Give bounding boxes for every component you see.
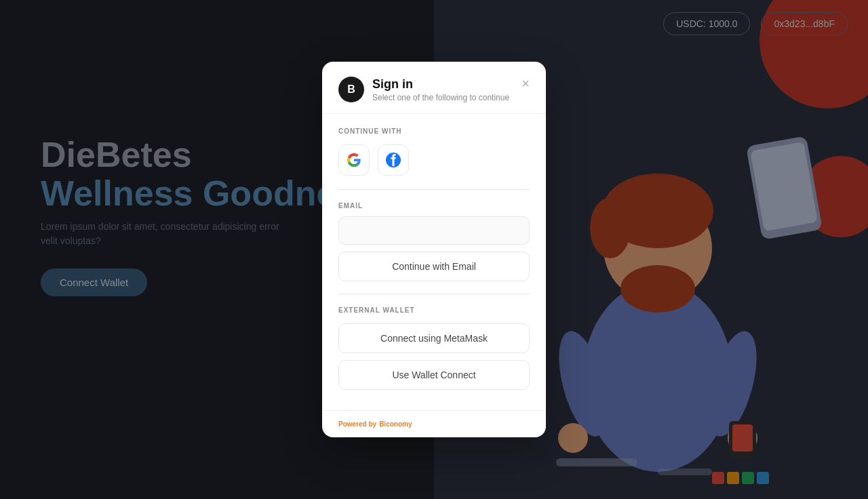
- facebook-signin-button[interactable]: [378, 144, 409, 176]
- modal-title-group: Sign in Select one of the following to c…: [372, 77, 509, 102]
- app-logo: B: [338, 77, 364, 102]
- email-field-label: EMAIL: [338, 202, 530, 209]
- modal-header: B Sign in Select one of the following to…: [322, 62, 546, 114]
- modal-title: Sign in: [372, 77, 509, 92]
- modal-header-left: B Sign in Select one of the following to…: [338, 77, 509, 102]
- continue-with-label: CONTINUE WITH: [338, 127, 530, 135]
- external-wallet-label: EXTERNAL WALLET: [338, 306, 530, 314]
- sign-in-modal: B Sign in Select one of the following to…: [322, 62, 546, 437]
- modal-overlay: B Sign in Select one of the following to…: [0, 0, 868, 499]
- metamask-button[interactable]: Connect using MetaMask: [338, 323, 530, 353]
- google-signin-button[interactable]: [338, 144, 370, 176]
- modal-subtitle: Select one of the following to continue: [372, 93, 509, 102]
- close-button[interactable]: ×: [521, 77, 530, 90]
- social-email-divider: [338, 189, 530, 190]
- social-icons-row: [338, 144, 530, 176]
- email-input[interactable]: [338, 216, 530, 245]
- modal-body: CONTINUE WITH: [322, 114, 546, 410]
- google-icon: [347, 153, 361, 167]
- powered-by-brand: Biconomy: [379, 420, 412, 428]
- continue-with-email-button[interactable]: Continue with Email: [338, 252, 530, 281]
- email-wallet-divider: [338, 294, 530, 294]
- wallet-connect-button[interactable]: Use Wallet Connect: [338, 360, 530, 390]
- facebook-icon: [385, 152, 401, 168]
- powered-by-text: Powered by: [338, 420, 376, 428]
- powered-by-footer: Powered by Biconomy: [322, 410, 546, 437]
